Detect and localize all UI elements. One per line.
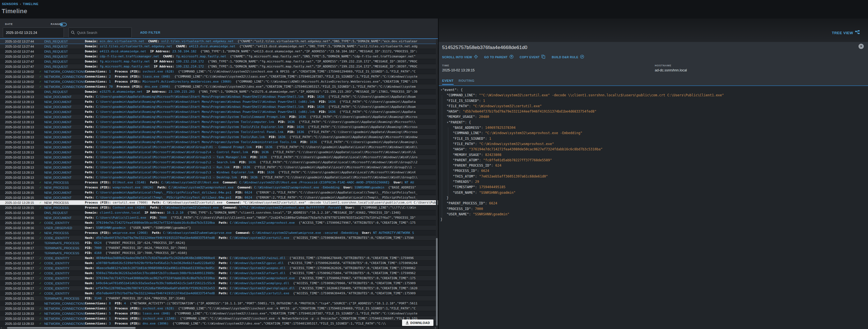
field-label: Path: bbox=[219, 256, 230, 260]
scroll-right-arrow-icon[interactable]: › bbox=[435, 326, 436, 329]
timeline-row[interactable]: 2025-10-02 13:28:17TERMINATE_PROCESSPID:… bbox=[0, 251, 438, 256]
row-event-type: DNS_REQUEST bbox=[44, 40, 85, 43]
timeline-row[interactable]: 2025-10-02 13:27:44DNS_REQUESTDomain: ss… bbox=[0, 44, 438, 49]
detail-field: PID: 1636 bbox=[239, 160, 256, 164]
timeline-row[interactable]: 2025-10-02 13:28:17✓CODE_IDENTITYHash: 4… bbox=[0, 256, 438, 261]
action-go-to-parent[interactable]: GO TO PARENT bbox=[484, 55, 514, 59]
tab-routing[interactable]: ROUTING bbox=[459, 79, 475, 85]
action-build-d-r-rule[interactable]: BUILD D&R RULE bbox=[552, 55, 584, 59]
timeline-row[interactable]: 2025-10-02 13:28:13NEW_DOCUMENTPath: C:\… bbox=[0, 140, 438, 145]
timeline-row[interactable]: 2025-10-02 13:28:17✓CODE_IDENTITYHash: d… bbox=[0, 291, 438, 296]
timeline-row[interactable]: 2025-10-02 13:28:13NEW_DOCUMENTPath: C:\… bbox=[0, 125, 438, 130]
breadcrumb-sensors-link[interactable]: SENSORS bbox=[2, 2, 18, 6]
field-value: 1636 bbox=[328, 110, 336, 114]
timeline-row[interactable]: 2025-10-02 13:28:13NEW_DOCUMENTPath: C:\… bbox=[0, 145, 438, 150]
timeline-row[interactable]: 2025-10-02 13:28:09DNS_REQUESTDomain: e1… bbox=[0, 89, 438, 94]
json-line: "PROCESS_ID": 6624 bbox=[439, 168, 868, 174]
scroll-left-arrow-icon[interactable]: ‹ bbox=[1, 326, 2, 329]
timeline-row[interactable]: 2025-10-02 13:28:13NEW_DOCUMENTPath: C:\… bbox=[0, 114, 438, 120]
timeline-row[interactable]: 2025-10-02 13:27:47DNS_REQUESTDomain: fg… bbox=[0, 59, 438, 64]
timeline-row[interactable]: 2025-10-02 13:27:44DNS_REQUESTDomain: ec… bbox=[0, 39, 438, 44]
timeline-row[interactable]: 2025-10-02 13:28:15✓NEW_PROCESSProcess (… bbox=[0, 205, 438, 210]
row-details: Process (PID): DllHost.exe (3148)Path: C… bbox=[85, 180, 438, 184]
event-json-viewer: ▾"event": {"COMMAND_LINE": ""C:\Windows\… bbox=[439, 86, 868, 329]
timeline-row[interactable]: 2025-10-02 13:28:13NEW_DOCUMENTPath: C:\… bbox=[0, 104, 438, 109]
detail-field: PID: 1636 bbox=[241, 175, 258, 179]
timeline-row[interactable]: 2025-10-02 13:28:02✓NETWORK_CONNECTIONSC… bbox=[0, 69, 438, 74]
horizontal-scrollbar-thumb[interactable] bbox=[7, 327, 135, 329]
breadcrumb-timeline-link[interactable]: TIMELINE bbox=[23, 2, 38, 6]
timeline-row[interactable]: 2025-10-02 13:28:17TERMINATE_PROCESSPID:… bbox=[0, 245, 438, 251]
action-scroll-into-view[interactable]: SCROLL INTO VIEW bbox=[442, 55, 478, 59]
field-label: Path: bbox=[85, 100, 96, 104]
timeline-row[interactable]: 2025-10-02 13:28:13NEW_DOCUMENTPath: C:\… bbox=[0, 155, 438, 160]
timeline-row[interactable]: 2025-10-02 13:28:33✓NETWORK_CONNECTIONSC… bbox=[0, 321, 438, 326]
timeline-row[interactable]: 2025-10-02 13:28:15NEW_DOCUMENTPath: C:\… bbox=[0, 195, 438, 200]
timeline-row[interactable]: 2025-10-02 13:28:13NEW_DOCUMENTPath: C:\… bbox=[0, 160, 438, 165]
field-label: Connections: bbox=[85, 70, 109, 73]
close-icon[interactable]: ✕ bbox=[859, 44, 864, 49]
timeline-row[interactable]: 2025-10-02 13:28:13NEW_DOCUMENTPath: C:\… bbox=[0, 94, 438, 99]
timeline-row[interactable]: 2025-10-02 13:28:17✓CODE_IDENTITYHash: 3… bbox=[0, 276, 438, 281]
detail-field: Hash: ef5476e1287083ea20b70074f1252d6af9… bbox=[85, 287, 215, 290]
timeline-row[interactable]: 2025-10-02 13:28:13NEW_DOCUMENTPath: C:\… bbox=[0, 175, 438, 180]
json-line: "USER_NAME": "SSNRSHNN\goadmin" bbox=[439, 212, 868, 217]
row-raw-json: {"FILE_PATH":"C:\\Users\\goadmin\\AppDat… bbox=[340, 100, 416, 104]
timeline-row[interactable]: 2025-10-02 13:27:44DNS_REQUESTDomain: e4… bbox=[0, 49, 438, 54]
timeline-row[interactable]: 2025-10-02 13:28:16✓NEW_PROCESSProcess (… bbox=[0, 230, 438, 235]
timeline-row[interactable]: 2025-10-02 13:28:17✓CODE_IDENTITYHash: e… bbox=[0, 286, 438, 291]
timeline-row[interactable]: 2025-10-02 13:28:33✓NETWORK_CONNECTIONSC… bbox=[0, 306, 438, 311]
timeline-row[interactable]: 2025-10-02 13:28:13NEW_DOCUMENTPath: C:\… bbox=[0, 109, 438, 114]
timeline-row[interactable]: 2025-10-02 13:28:13NEW_DOCUMENTPath: C:\… bbox=[0, 135, 438, 140]
timeline-row[interactable]: 2025-10-02 13:28:17✓CODE_IDENTITYHash: 4… bbox=[0, 266, 438, 271]
action-copy-event[interactable]: COPY EVENT bbox=[520, 55, 546, 59]
detail-field: Domain: ecn.dev.virtualearth.net bbox=[85, 39, 144, 43]
timeline-row[interactable]: 2025-10-02 13:28:13NEW_DOCUMENTPath: C:\… bbox=[0, 165, 438, 170]
timeline-row[interactable]: 2025-10-02 13:28:15NEW_DOCUMENTPath: C:\… bbox=[0, 190, 438, 195]
vertical-scrollbar-thumb[interactable] bbox=[436, 238, 438, 326]
check-icon: ✓ bbox=[39, 221, 44, 224]
tree-view-button[interactable]: TREE VIEW bbox=[832, 30, 860, 35]
timeline-row[interactable]: 2025-10-02 13:28:16NEW_DOCUMENTPath: C:\… bbox=[0, 215, 438, 220]
row-event-type: NEW_DOCUMENT bbox=[44, 130, 85, 134]
timeline-row[interactable]: 2025-10-02 13:28:33✓NETWORK_CONNECTIONSC… bbox=[0, 311, 438, 316]
timeline-row[interactable]: 2025-10-02 13:28:17✓CODE_IDENTITYHash: 9… bbox=[0, 271, 438, 276]
timeline-row[interactable]: 2025-10-02 13:28:02✓NETWORK_CONNECTIONSC… bbox=[0, 79, 438, 84]
date-input[interactable] bbox=[3, 27, 64, 38]
timeline-row[interactable]: 2025-10-02 13:27:47DNS_REQUESTDomain: cd… bbox=[0, 54, 438, 59]
timeline-row[interactable]: 2025-10-02 13:28:17TERMINATE_PROCESSPID:… bbox=[0, 240, 438, 245]
range-toggle[interactable] bbox=[60, 23, 67, 26]
add-filter-button[interactable]: ADD FILTER bbox=[140, 31, 160, 34]
field-label: PID: bbox=[252, 151, 261, 154]
timeline-row[interactable]: 2025-10-02 13:27:47DNS_REQUESTDomain: fg… bbox=[0, 64, 438, 69]
timeline-row[interactable]: 2025-10-02 13:28:33NETWORK_CONNECTIONSCo… bbox=[0, 301, 438, 306]
tab-event[interactable]: EVENT bbox=[442, 79, 454, 85]
timeline-row[interactable]: 2025-10-02 13:28:02✓NETWORK_CONNECTIONSC… bbox=[0, 74, 438, 79]
timeline-row[interactable]: 2025-10-02 13:28:15DNS_REQUESTDomain: cl… bbox=[0, 210, 438, 215]
timeline-row[interactable]: 2025-10-02 13:28:17✓CODE_IDENTITYHash: a… bbox=[0, 261, 438, 266]
timeline-row[interactable]: 2025-10-02 13:28:13NEW_DOCUMENTPath: C:\… bbox=[0, 120, 438, 125]
timeline-row[interactable]: 2025-10-02 13:28:33✓NETWORK_CONNECTIONSC… bbox=[0, 316, 438, 321]
timeline-row[interactable]: 2025-10-02 13:28:15✓NEW_PROCESSProcess (… bbox=[0, 180, 438, 185]
detail-field: Path: C:\Users\goadmin\AppData\Roaming\M… bbox=[85, 140, 297, 144]
timeline-row[interactable]: 2025-10-02 13:28:15✓NEW_PROCESSProcess (… bbox=[0, 185, 438, 190]
detail-field: Process (PID): svchost.exe (628) bbox=[115, 70, 174, 73]
row-event-type: NEW_DOCUMENT bbox=[44, 151, 85, 154]
timeline-row[interactable]: 2025-10-02 13:28:13NEW_DOCUMENTPath: C:\… bbox=[0, 130, 438, 135]
timeline-row[interactable]: 2025-10-02 13:28:02✓NETWORK_CONNECTIONSC… bbox=[0, 84, 438, 89]
timeline-row[interactable]: 2025-10-02 13:28:21TERMINATE_PROCESSPID:… bbox=[0, 296, 438, 301]
timeline-row[interactable]: 2025-10-02 13:28:13NEW_DOCUMENTPath: C:\… bbox=[0, 150, 438, 155]
timeline-row[interactable]: 2025-10-02 13:28:13NEW_DOCUMENTPath: C:\… bbox=[0, 99, 438, 104]
field-value: C:\Windows\System32\efswrt.dll bbox=[230, 271, 285, 275]
quick-search-input[interactable] bbox=[68, 27, 132, 38]
timeline-row[interactable]: 2025-10-02 13:28:17✓CODE_IDENTITYHash: b… bbox=[0, 281, 438, 286]
download-button[interactable]: DOWNLOAD bbox=[402, 320, 433, 326]
row-details: Connections: 5Process (PID): lsass.exe (… bbox=[85, 311, 438, 315]
timeline-row[interactable]: 2025-10-02 13:28:16USER_OBSERVEDUser: SS… bbox=[0, 225, 438, 230]
timeline-row[interactable]: 2025-10-02 13:28:13NEW_DOCUMENTPath: C:\… bbox=[0, 170, 438, 175]
check-icon: ✓ bbox=[39, 85, 44, 88]
field-label: Process (PID): bbox=[85, 231, 113, 235]
timeline-row[interactable]: 2025-10-02 13:28:16✓CODE_IDENTITYHash: d… bbox=[0, 235, 438, 240]
timeline-row[interactable]: 2025-10-02 13:28:16✓CODE_IDENTITYHash: 3… bbox=[0, 220, 438, 225]
timeline-row[interactable]: 2025-10-02 13:28:15✓NEW_PROCESSProcess (… bbox=[0, 200, 438, 205]
